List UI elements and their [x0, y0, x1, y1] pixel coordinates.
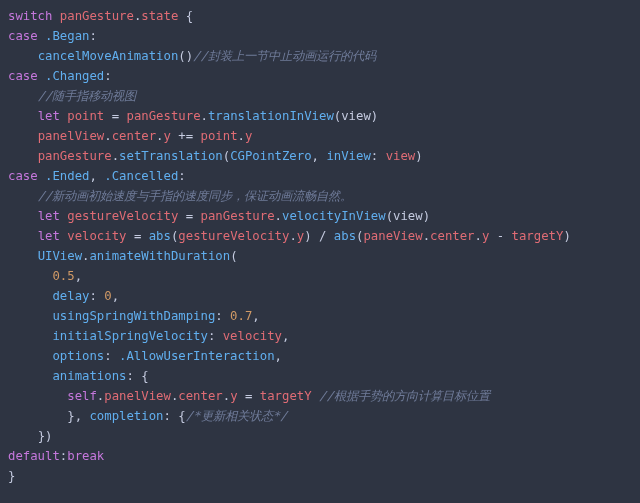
comment: //新动画初始速度与手指的速度同步，保证动画流畅自然。: [38, 189, 353, 203]
line: animations: {: [8, 369, 149, 383]
eq: =: [178, 209, 200, 223]
colon: :: [208, 329, 223, 343]
ident: center: [430, 229, 474, 243]
ident: center: [178, 389, 222, 403]
colon: :: [215, 309, 230, 323]
dot: .: [423, 229, 430, 243]
ident: panelView: [38, 129, 105, 143]
keyword-case: case: [8, 69, 38, 83]
line: case .Ended, .Cancelled:: [8, 169, 186, 183]
line: initialSpringVelocity: velocity,: [8, 329, 289, 343]
line: switch panGesture.state {: [8, 9, 193, 23]
brace: {: [141, 369, 148, 383]
comment: //根据手势的方向计算目标位置: [319, 389, 490, 403]
code-block: switch panGesture.state { case .Began: c…: [0, 0, 640, 492]
comma: ,: [112, 289, 119, 303]
keyword-case: case: [8, 169, 38, 183]
line: }: [8, 469, 15, 483]
arg-label: animations: [52, 369, 126, 383]
dot: .: [104, 129, 111, 143]
line: UIView.animateWithDuration(: [8, 249, 238, 263]
enum-case: .AllowUserInteraction: [119, 349, 274, 363]
arg-label: inView: [326, 149, 370, 163]
comma: ,: [282, 329, 289, 343]
keyword-let: let: [38, 209, 60, 223]
ident: panGesture: [127, 109, 201, 123]
ident: center: [112, 129, 156, 143]
ident: velocity: [223, 329, 282, 343]
line: options: .AllowUserInteraction,: [8, 349, 282, 363]
op: /: [312, 229, 334, 243]
comma: ,: [312, 149, 327, 163]
ident: y: [230, 389, 237, 403]
ident: y: [245, 129, 252, 143]
keyword-default: default: [8, 449, 60, 463]
comma: ,: [275, 349, 282, 363]
ident: targetY: [260, 389, 312, 403]
ident: point: [201, 129, 238, 143]
eq: =: [126, 229, 148, 243]
ident: gestureVelocity: [67, 209, 178, 223]
arg-label: initialSpringVelocity: [52, 329, 207, 343]
brace: }: [8, 469, 15, 483]
enum-case: .Began: [45, 29, 89, 43]
line: //新动画初始速度与手指的速度同步，保证动画流畅自然。: [8, 189, 352, 203]
enum-case: .Changed: [45, 69, 104, 83]
type: UIView: [38, 249, 82, 263]
keyword-case: case: [8, 29, 38, 43]
ident: velocity: [67, 229, 126, 243]
keyword-let: let: [38, 229, 60, 243]
line: }): [8, 429, 52, 443]
dot: .: [275, 209, 282, 223]
line: }, completion: {/*更新相关状态*/: [8, 409, 287, 423]
ident: view: [386, 149, 416, 163]
number-literal: 0.7: [230, 309, 252, 323]
colon: :: [104, 69, 111, 83]
ident: panGesture: [60, 9, 134, 23]
colon: :: [178, 169, 185, 183]
line: default:break: [8, 449, 104, 463]
comma: ,: [89, 169, 104, 183]
ident: panGesture: [201, 209, 275, 223]
comment: /*更新相关状态*/: [186, 409, 288, 423]
ident: gestureVelocity: [178, 229, 289, 243]
ident: panGesture: [38, 149, 112, 163]
comma: ,: [75, 409, 90, 423]
colon: :: [89, 29, 96, 43]
enum-case: .Ended: [45, 169, 89, 183]
colon: :: [371, 149, 386, 163]
comment: //随手指移动视图: [38, 89, 137, 103]
dot: .: [238, 129, 245, 143]
line: panGesture.setTranslation(CGPointZero, i…: [8, 149, 423, 163]
dot: .: [475, 229, 482, 243]
arg-label: delay: [52, 289, 89, 303]
args: (view): [334, 109, 378, 123]
keyword-let: let: [38, 109, 60, 123]
dot: .: [112, 149, 119, 163]
const: CGPointZero: [230, 149, 311, 163]
eq: =: [104, 109, 126, 123]
func-call: animateWithDuration: [89, 249, 230, 263]
paren-open: (: [230, 249, 237, 263]
arg-label: completion: [89, 409, 163, 423]
line: 0.5,: [8, 269, 82, 283]
enum-case: .Cancelled: [104, 169, 178, 183]
line: let gestureVelocity = panGesture.velocit…: [8, 209, 430, 223]
func-call: translationInView: [208, 109, 334, 123]
line: case .Changed:: [8, 69, 112, 83]
func-call: velocityInView: [282, 209, 386, 223]
line: cancelMoveAnimation()//封装上一节中止动画运行的代码: [8, 49, 376, 63]
paren-close: ): [563, 229, 570, 243]
brace-close: }: [67, 409, 74, 423]
keyword-switch: switch: [8, 9, 52, 23]
brace: {: [178, 409, 185, 423]
func-call: setTranslation: [119, 149, 223, 163]
comma: ,: [75, 269, 82, 283]
line: let point = panGesture.translationInView…: [8, 109, 378, 123]
arg-label: options: [52, 349, 104, 363]
ident: panelView: [104, 389, 171, 403]
line: case .Began:: [8, 29, 97, 43]
colon: :: [89, 289, 104, 303]
args: (view): [386, 209, 430, 223]
dot: .: [289, 229, 296, 243]
